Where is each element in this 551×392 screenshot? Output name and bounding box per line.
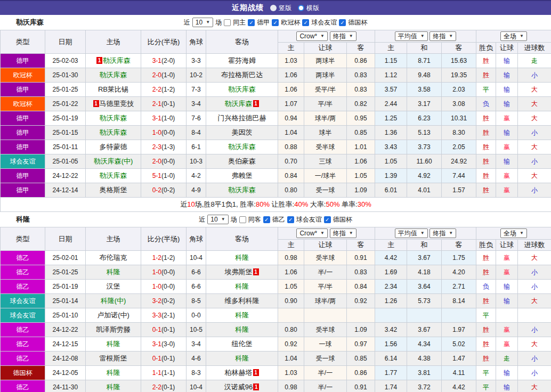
avg-home-cell: 1.77 (375, 366, 407, 380)
col-handicap-result: 让球 (496, 240, 518, 251)
avg-source-select[interactable]: 平均值▼ (395, 228, 428, 238)
avg-away-cell: 7.44 (442, 169, 476, 183)
league-filter-checkbox[interactable]: ✓德乙 (263, 215, 285, 224)
odds-away-cell: 0.82 (347, 97, 375, 111)
avg-final-select[interactable]: 终指▼ (430, 228, 456, 238)
corners-cell: 4-9 (187, 183, 206, 198)
league-cell: 德乙 (1, 251, 45, 265)
avg-draw-cell: 3.72 (407, 380, 442, 392)
table-header: 类型 日期 主场 比分(半场) 角球 客场 Crow*▼ 终指▼ 平均值▼ 终指… (1, 30, 551, 54)
handicap-result-cell: 赢 (496, 183, 518, 198)
handicap-result-cell: 赢 (496, 251, 518, 265)
corners-cell: 8-5 (187, 294, 206, 308)
score-cell: 2-1(0-1) (141, 97, 187, 111)
odds-final-select[interactable]: 终指▼ (330, 228, 356, 238)
result-cell: 胜 (476, 294, 496, 308)
date-cell: 25-01-19 (45, 111, 86, 126)
score-cell: 1-2(1-2) (141, 251, 187, 265)
goals-cell: 小 (518, 68, 551, 83)
games-label: 场 (231, 215, 237, 224)
odds-home-cell: 1.05 (278, 280, 304, 294)
avg-away-cell: 1.47 (442, 352, 476, 366)
home-team-cell: 勒沃库森 (86, 68, 141, 83)
match-row: 德甲25-01-25RB莱比锡2-2(1-2)7-3勒沃库森1.06受平/半0.… (1, 83, 551, 97)
odds-away-cell: 0.95 (347, 111, 375, 126)
handicap-result-cell: 输 (496, 126, 518, 140)
avg-home-cell (375, 308, 407, 323)
same-venue-checkbox[interactable]: 同客 (239, 215, 261, 224)
score-cell: 5-1(1-0) (141, 169, 187, 183)
away-team-cell: 门兴格拉德巴赫 (206, 111, 278, 126)
score-cell: 2-2(0-1) (141, 380, 187, 392)
col-corners: 角球 (187, 30, 206, 54)
odds-handicap-cell: 半/一 (304, 265, 347, 280)
checkbox-checked-icon: ✓ (272, 19, 279, 26)
col-home: 主场 (86, 30, 141, 54)
match-row: 球会友谊25-01-10卢加诺(中)3-3(2-1)0-0科隆平 (1, 308, 551, 323)
date-cell: 25-01-19 (45, 280, 86, 294)
handicap-result-cell: 输 (496, 68, 518, 83)
date-cell: 25-01-05 (45, 154, 86, 169)
result-cell: 胜 (476, 169, 496, 183)
chevron-down-icon: ▼ (449, 32, 453, 40)
recent-count-select[interactable]: 10▼ (207, 215, 228, 224)
league-filter-checkbox[interactable]: ✓欧冠杯 (272, 18, 300, 27)
home-team-cell: 多特蒙德 (86, 140, 141, 154)
handicap-result-cell (496, 308, 518, 323)
layout-radio-vertical[interactable]: 竖版 (270, 4, 291, 13)
avg-draw-cell: 8.71 (407, 54, 442, 68)
date-cell: 25-01-14 (45, 294, 86, 308)
result-cell: 胜 (476, 183, 496, 198)
match-rows: 德甲25-02-031勒沃库森3-1(2-0)3-3霍芬海姆1.03两球半0.8… (1, 54, 551, 198)
match-row: 德乙24-12-22凯泽斯劳滕0-1(0-1)10-5科隆0.80受半球1.09… (1, 323, 551, 337)
handicap-result-cell: 输 (496, 280, 518, 294)
result-cell: 胜 (476, 337, 496, 352)
layout-radio-horizontal[interactable]: 横版 (298, 4, 319, 13)
odds-source-select[interactable]: Crow*▼ (296, 31, 328, 41)
odds-home-cell: 1.03 (278, 366, 304, 380)
avg-draw-cell: 4.18 (407, 265, 442, 280)
avg-source-select[interactable]: 平均值▼ (395, 31, 428, 41)
league-filter-checkbox[interactable]: ✓德国杯 (339, 18, 367, 27)
results-table-koln: 类型 日期 主场 比分(半场) 角球 客场 Crow*▼ 终指▼ 平均值▼ 终指… (0, 227, 551, 392)
odds-away-cell: 0.97 (347, 337, 375, 352)
odds-handicap-cell: 三球 (304, 154, 347, 169)
recent-count-select[interactable]: 10▼ (192, 18, 213, 27)
odds-handicap-cell: 受一球 (304, 183, 347, 198)
goals-cell: 大 (518, 111, 551, 126)
date-cell: 25-02-01 (45, 251, 86, 265)
same-venue-checkbox[interactable]: 同主 (224, 18, 246, 27)
checkbox-checked-icon: ✓ (287, 216, 294, 223)
odds-final-select[interactable]: 终指▼ (330, 31, 356, 41)
home-team-cell: 科隆 (86, 366, 141, 380)
chevron-down-icon: ▼ (420, 230, 425, 237)
match-rows: 德乙25-02-01布伦瑞克1-2(1-2)10-4科隆0.98受半球0.914… (1, 251, 551, 392)
odds-home-cell: 0.98 (278, 251, 304, 265)
score-cell: 2-0(0-0) (141, 154, 187, 169)
scope-select[interactable]: 全场▼ (500, 31, 527, 41)
avg-final-select[interactable]: 终指▼ (430, 31, 456, 41)
odds-home-cell: 0.84 (278, 169, 304, 183)
avg-away-cell: 4.42 (442, 380, 476, 392)
col-result: 胜负 (476, 240, 496, 251)
score-cell: 3-3(2-1) (141, 308, 187, 323)
chevron-down-icon: ▼ (349, 32, 353, 40)
league-cell: 德甲 (1, 83, 45, 97)
odds-source-select[interactable]: Crow*▼ (296, 228, 328, 238)
odds-home-cell: 1.04 (278, 126, 304, 140)
league-cell: 球会友谊 (1, 294, 45, 308)
filter-bar-koln: 科隆 近 10▼ 场 同客 ✓德乙 ✓球会友谊 ✓德国杯 (0, 212, 551, 227)
league-filter-checkbox[interactable]: ✓德甲 (248, 18, 270, 27)
league-filter-checkbox[interactable]: ✓德国杯 (324, 215, 352, 224)
date-cell: 24-12-15 (45, 337, 86, 352)
away-team-cell: 科隆 (206, 280, 278, 294)
scope-select[interactable]: 全场▼ (500, 228, 527, 238)
odds-handicap-cell: 球半/两 (304, 294, 347, 308)
league-cell: 德乙 (1, 380, 45, 392)
away-team-cell: 科隆 (206, 308, 278, 323)
league-filter-checkbox[interactable]: ✓球会友谊 (287, 215, 322, 224)
avg-home-cell: 2.44 (375, 97, 407, 111)
league-filter-checkbox[interactable]: ✓球会友谊 (302, 18, 337, 27)
match-row: 德甲25-02-031勒沃库森3-1(2-0)3-3霍芬海姆1.03两球半0.8… (1, 54, 551, 68)
corners-cell: 3-4 (187, 337, 206, 352)
